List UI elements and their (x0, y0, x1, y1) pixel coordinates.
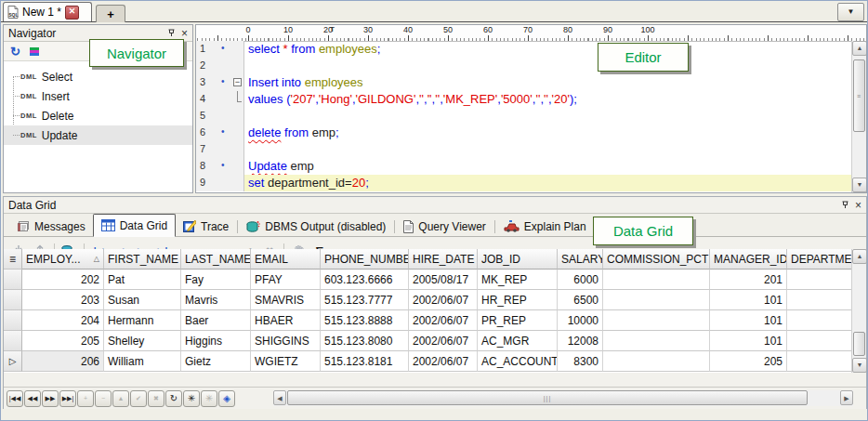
table-cell[interactable]: William (104, 351, 181, 372)
column-header-first-name[interactable]: FIRST_NAME (104, 249, 181, 270)
tab-messages[interactable]: Messages (9, 217, 93, 236)
code-text[interactable] (244, 58, 851, 74)
close-panel-icon[interactable]: × (855, 201, 861, 210)
editor-line[interactable]: 5 (196, 108, 851, 125)
table-cell[interactable]: Baer (181, 310, 251, 331)
editor-lines[interactable]: 1•select * from employees;23•−Insert int… (196, 41, 851, 192)
table-cell[interactable] (603, 351, 710, 372)
code-text[interactable] (244, 141, 851, 158)
table-cell[interactable]: Fay (181, 270, 251, 290)
row-selector[interactable] (4, 310, 22, 331)
bookmark-goto-icon[interactable]: ✳ (201, 390, 217, 407)
table-cell[interactable]: 6500 (558, 290, 603, 310)
table-cell[interactable]: AC_ACCOUNT (478, 351, 558, 372)
code-text[interactable]: delete from emp; (244, 125, 851, 141)
table-cell[interactable]: 101 (710, 331, 787, 351)
table-cell[interactable] (603, 331, 710, 351)
table-cell[interactable]: MK_REP (478, 270, 558, 290)
code-text[interactable]: values ('207','Hong','GILDONG','','','',… (244, 91, 851, 108)
editor-line[interactable]: 1•select * from employees; (196, 41, 851, 58)
row-selector[interactable] (4, 270, 22, 290)
table-cell[interactable]: HBAER (251, 310, 321, 331)
table-row[interactable]: 205ShelleyHigginsSHIGGINS515.123.8080200… (4, 331, 851, 351)
column-header-hire-date[interactable]: HIRE_DATE (409, 249, 478, 270)
tree-item-update[interactable]: DMLUpdate (4, 125, 192, 145)
table-cell[interactable] (787, 290, 851, 310)
scroll-left-icon[interactable]: ◀ (273, 390, 286, 405)
code-text[interactable]: select * from employees; (244, 41, 851, 58)
layers-icon[interactable] (30, 47, 39, 56)
scroll-up-icon[interactable]: ▲ (852, 249, 867, 264)
table-cell[interactable] (787, 270, 851, 290)
table-cell[interactable]: 515.123.7777 (321, 290, 409, 310)
table-cell[interactable]: 12008 (558, 331, 603, 351)
tab-list-dropdown-button[interactable]: ▼ (837, 3, 864, 21)
tab-new-1[interactable]: SQL New 1 * ✕ (3, 2, 92, 21)
table-cell[interactable]: Mavris (181, 290, 251, 310)
table-cell[interactable]: 203 (22, 290, 104, 310)
table-cell[interactable] (787, 310, 851, 331)
last-record-icon[interactable]: ▶▶| (59, 390, 76, 407)
table-cell[interactable]: 2002/06/07 (409, 310, 478, 331)
column-header-phone-number[interactable]: PHONE_NUMBER (321, 249, 409, 270)
tab-data-grid[interactable]: Data Grid (93, 214, 176, 237)
table-row[interactable]: 204HermannBaerHBAER515.123.88882002/06/0… (4, 310, 851, 331)
table-cell[interactable]: SMAVRIS (251, 290, 321, 310)
table-cell[interactable]: 205 (710, 351, 787, 372)
table-cell[interactable]: 515.123.8080 (321, 331, 409, 351)
table-cell[interactable]: 101 (710, 310, 787, 331)
pin-icon[interactable] (841, 201, 849, 209)
delete-record-icon[interactable]: − (95, 390, 112, 407)
table-cell[interactable]: 205 (22, 331, 104, 351)
scroll-down-icon[interactable]: ▼ (852, 358, 867, 373)
cancel-edit-icon[interactable]: ✖ (148, 390, 164, 407)
tree-item-select[interactable]: DMLSelect (4, 67, 192, 86)
column-header-last-name[interactable]: LAST_NAME (181, 249, 251, 270)
table-row[interactable]: 202PatFayPFAY603.123.66662005/08/17MK_RE… (4, 270, 851, 290)
edit-record-icon[interactable]: ▲ (112, 390, 129, 407)
grid-vertical-scrollbar[interactable]: ▲ ▼ (851, 249, 866, 373)
table-row[interactable]: ▷206WilliamGietzWGIETZ515.123.81812002/0… (4, 351, 851, 372)
code-text[interactable] (244, 108, 851, 125)
column-header-departme[interactable]: DEPARTME (787, 249, 851, 270)
table-cell[interactable]: 515.123.8181 (321, 351, 409, 372)
table-cell[interactable] (603, 290, 710, 310)
next-record-icon[interactable]: ▶▶ (42, 390, 59, 407)
scroll-right-icon[interactable]: ▶ (840, 390, 853, 405)
table-cell[interactable]: 2005/08/17 (409, 270, 478, 290)
row-selector[interactable] (4, 331, 22, 351)
grid-horizontal-scrollbar[interactable]: ◀ ||| ▶ (273, 390, 853, 406)
row-selector[interactable] (4, 290, 22, 310)
grid-hscroll-thumb[interactable]: ||| (287, 390, 808, 405)
table-cell[interactable]: 603.123.6666 (321, 270, 409, 290)
editor-line[interactable]: 8•Update emp (196, 158, 851, 175)
table-cell[interactable]: PFAY (251, 270, 321, 290)
table-cell[interactable]: SHIGGINS (251, 331, 321, 351)
table-cell[interactable]: Gietz (181, 351, 251, 372)
close-panel-icon[interactable]: × (181, 29, 188, 38)
first-record-icon[interactable]: |◀◀ (7, 390, 23, 407)
column-header-email[interactable]: EMAIL (251, 249, 321, 270)
table-cell[interactable]: 10000 (558, 310, 603, 331)
table-cell[interactable]: 2002/06/07 (409, 331, 478, 351)
grid-scroll-thumb[interactable] (853, 332, 865, 356)
table-cell[interactable]: WGIETZ (251, 351, 321, 372)
pin-icon[interactable] (167, 29, 176, 37)
column-header-salary[interactable]: SALARY (558, 249, 603, 270)
table-cell[interactable]: 101 (710, 290, 787, 310)
tree-item-delete[interactable]: DMLDelete (4, 106, 192, 125)
table-cell[interactable]: Shelley (104, 331, 181, 351)
tab-query-viewer[interactable]: Query Viewer (396, 217, 493, 236)
editor-line[interactable]: 4values ('207','Hong','GILDONG','','',''… (196, 91, 851, 108)
tab-dbms-output-disabled-[interactable]: DBMS Output (disabled) (239, 217, 393, 236)
current-line[interactable]: set department_id=20; (244, 175, 851, 191)
editor-vertical-scrollbar[interactable]: ▲ ≡ ▼ (851, 41, 866, 192)
table-cell[interactable]: 201 (710, 270, 787, 290)
column-header-job-id[interactable]: JOB_ID (478, 249, 558, 270)
table-cell[interactable]: 204 (22, 310, 104, 331)
new-tab-button[interactable]: + (96, 5, 125, 22)
column-header-manager-id[interactable]: MANAGER_ID (710, 249, 787, 270)
table-cell[interactable] (787, 331, 851, 351)
table-cell[interactable]: Higgins (181, 331, 251, 351)
refresh-icon[interactable]: ↻ (10, 46, 20, 58)
